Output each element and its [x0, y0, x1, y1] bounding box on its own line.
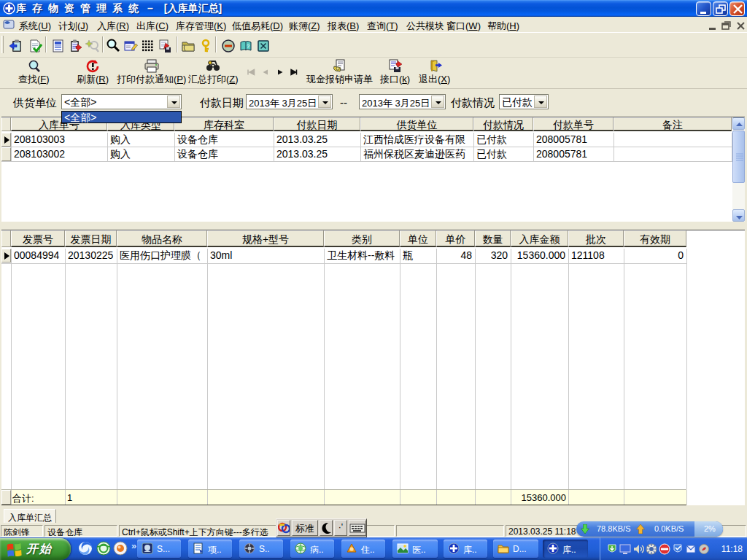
svg-text:?: ? — [247, 44, 249, 49]
